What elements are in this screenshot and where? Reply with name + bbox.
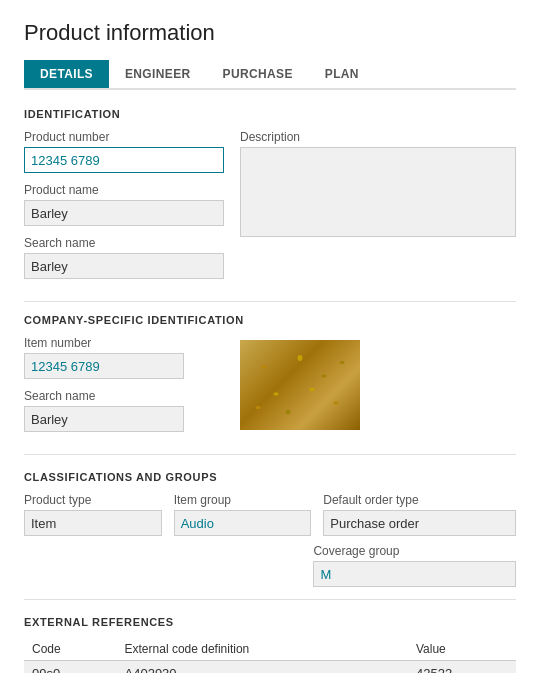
product-name-field: Product name Barley — [24, 183, 224, 226]
coverage-group-field: Coverage group M — [313, 544, 516, 587]
divider-2 — [24, 454, 516, 455]
product-type-input[interactable]: Item — [24, 510, 162, 536]
product-image — [240, 340, 360, 430]
identification-section-title: IDENTIFICATION — [24, 108, 516, 120]
page-title: Product information — [24, 20, 516, 46]
coverage-spacer — [24, 544, 169, 587]
company-section-title: COMPANY-SPECIFIC IDENTIFICATION — [24, 314, 516, 326]
item-search-name-field: Search name Barley — [24, 389, 224, 432]
search-name-field: Search name Barley — [24, 236, 224, 279]
item-number-input[interactable]: 12345 6789 — [24, 353, 184, 379]
cell-code: 09s0 — [24, 661, 117, 674]
col-definition: External code definition — [117, 638, 408, 661]
item-group-input[interactable]: Audio — [174, 510, 312, 536]
coverage-group-input[interactable]: M — [313, 561, 516, 587]
tab-details[interactable]: DETAILS — [24, 60, 109, 88]
search-name-label: Search name — [24, 236, 224, 250]
coverage-group-label: Coverage group — [313, 544, 516, 558]
product-type-label: Product type — [24, 493, 162, 507]
cell-definition: A402930 — [117, 661, 408, 674]
divider-3 — [24, 599, 516, 600]
classifications-section: CLASSIFICATIONS AND GROUPS Product type … — [24, 471, 516, 587]
description-input[interactable] — [240, 147, 516, 237]
product-name-label: Product name — [24, 183, 224, 197]
item-number-field: Item number 12345 6789 — [24, 336, 224, 379]
item-search-name-input[interactable]: Barley — [24, 406, 184, 432]
external-references-section: EXTERNAL REFERENCES Code External code d… — [24, 616, 516, 673]
identification-row: Product number 12345 6789 Product name B… — [24, 130, 516, 289]
col-code: Code — [24, 638, 117, 661]
coverage-row: Coverage group M — [24, 544, 516, 587]
product-name-input[interactable]: Barley — [24, 200, 224, 226]
classifications-title: CLASSIFICATIONS AND GROUPS — [24, 471, 516, 483]
ext-table-body: 09s0 A402930 42522 — [24, 661, 516, 674]
product-image-inner — [240, 340, 360, 430]
product-information-page: Product information DETAILS ENGINEER PUR… — [0, 0, 540, 673]
product-number-field: Product number 12345 6789 — [24, 130, 224, 173]
company-section: Item number 12345 6789 Search name Barle… — [24, 336, 516, 442]
cell-value: 42522 — [408, 661, 516, 674]
search-name-input[interactable]: Barley — [24, 253, 224, 279]
item-number-label: Item number — [24, 336, 224, 350]
product-number-label: Product number — [24, 130, 224, 144]
ext-table-header-row: Code External code definition Value — [24, 638, 516, 661]
default-order-type-input[interactable]: Purchase order — [323, 510, 516, 536]
tab-engineer[interactable]: ENGINEER — [109, 60, 207, 88]
item-search-name-label: Search name — [24, 389, 224, 403]
item-group-field: Item group Audio — [174, 493, 312, 536]
ext-table-header: Code External code definition Value — [24, 638, 516, 661]
product-type-field: Product type Item — [24, 493, 162, 536]
company-fields: Item number 12345 6789 Search name Barle… — [24, 336, 224, 442]
external-references-table: Code External code definition Value 09s0… — [24, 638, 516, 673]
description-col: Description — [240, 130, 516, 289]
divider-1 — [24, 301, 516, 302]
class-row-1: Product type Item Item group Audio Defau… — [24, 493, 516, 536]
default-order-type-label: Default order type — [323, 493, 516, 507]
product-number-input[interactable]: 12345 6789 — [24, 147, 224, 173]
tab-purchase[interactable]: PURCHASE — [207, 60, 309, 88]
external-references-title: EXTERNAL REFERENCES — [24, 616, 516, 628]
default-order-type-field: Default order type Purchase order — [323, 493, 516, 536]
table-row: 09s0 A402930 42522 — [24, 661, 516, 674]
tab-plan[interactable]: PLAN — [309, 60, 375, 88]
tab-bar: DETAILS ENGINEER PURCHASE PLAN — [24, 60, 516, 90]
col-value: Value — [408, 638, 516, 661]
coverage-spacer2 — [169, 544, 314, 587]
item-group-label: Item group — [174, 493, 312, 507]
identification-left-col: Product number 12345 6789 Product name B… — [24, 130, 224, 289]
description-label: Description — [240, 130, 516, 144]
